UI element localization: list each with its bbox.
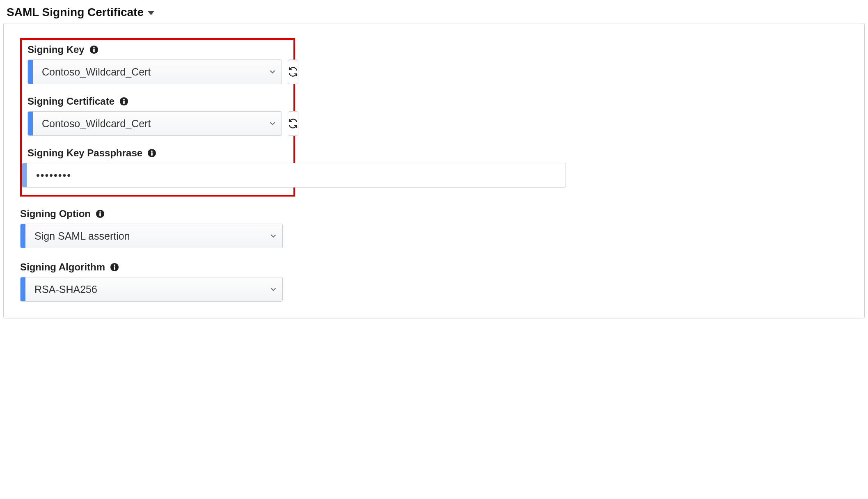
signing-key-select[interactable]: Contoso_Wildcard_Cert — [27, 60, 282, 84]
signing-option-field: Signing Option Sign SAML assertion — [20, 208, 848, 248]
select-accent-bar — [28, 112, 33, 135]
signing-certificate-select[interactable]: Contoso_Wildcard_Cert — [27, 111, 282, 136]
info-icon[interactable] — [147, 149, 156, 158]
select-accent-bar — [21, 277, 25, 301]
chevron-down-icon — [264, 277, 282, 301]
signing-option-value: Sign SAML assertion — [25, 224, 264, 248]
input-accent-bar — [22, 163, 27, 187]
select-accent-bar — [28, 60, 33, 84]
svg-point-10 — [99, 211, 101, 213]
section-header[interactable]: SAML Signing Certificate — [3, 3, 865, 23]
select-accent-bar — [21, 224, 25, 248]
signing-option-label: Signing Option — [20, 208, 91, 220]
svg-point-13 — [114, 265, 115, 266]
svg-point-1 — [93, 47, 95, 49]
signing-key-passphrase-field: Signing Key Passphrase — [27, 147, 288, 188]
signing-key-refresh-button[interactable] — [288, 60, 298, 84]
highlighted-fields-box: Signing Key Contoso_Wildcard_Cert — [20, 38, 295, 197]
chevron-down-icon — [263, 60, 282, 84]
signing-key-value: Contoso_Wildcard_Cert — [33, 60, 263, 84]
signing-algorithm-select[interactable]: RSA-SHA256 — [20, 277, 283, 302]
svg-rect-14 — [114, 266, 115, 270]
svg-rect-8 — [151, 152, 153, 156]
signing-option-select[interactable]: Sign SAML assertion — [20, 224, 283, 248]
info-icon[interactable] — [119, 97, 128, 106]
info-icon[interactable] — [96, 209, 105, 218]
saml-signing-certificate-panel: Signing Key Contoso_Wildcard_Cert — [3, 23, 865, 318]
signing-certificate-label: Signing Certificate — [27, 96, 115, 107]
signing-algorithm-label: Signing Algorithm — [20, 261, 105, 273]
chevron-down-icon — [263, 112, 282, 135]
signing-certificate-value: Contoso_Wildcard_Cert — [33, 112, 263, 135]
signing-certificate-refresh-button[interactable] — [288, 111, 298, 136]
signing-key-passphrase-label: Signing Key Passphrase — [27, 147, 142, 159]
info-icon[interactable] — [110, 263, 119, 272]
signing-algorithm-value: RSA-SHA256 — [25, 277, 264, 301]
svg-rect-11 — [99, 213, 101, 216]
signing-key-label: Signing Key — [27, 44, 85, 55]
svg-rect-2 — [93, 49, 95, 52]
svg-point-7 — [151, 151, 153, 152]
signing-key-passphrase-input[interactable] — [27, 163, 566, 187]
signing-certificate-field: Signing Certificate Contoso_Wildcard_Cer… — [27, 96, 288, 136]
info-icon[interactable] — [89, 45, 98, 54]
svg-rect-5 — [123, 101, 125, 104]
caret-down-icon — [148, 11, 154, 15]
signing-algorithm-field: Signing Algorithm RSA-SHA256 — [20, 261, 848, 302]
svg-point-4 — [123, 99, 125, 101]
signing-key-field: Signing Key Contoso_Wildcard_Cert — [27, 44, 288, 84]
section-title: SAML Signing Certificate — [7, 6, 144, 19]
chevron-down-icon — [264, 224, 282, 248]
